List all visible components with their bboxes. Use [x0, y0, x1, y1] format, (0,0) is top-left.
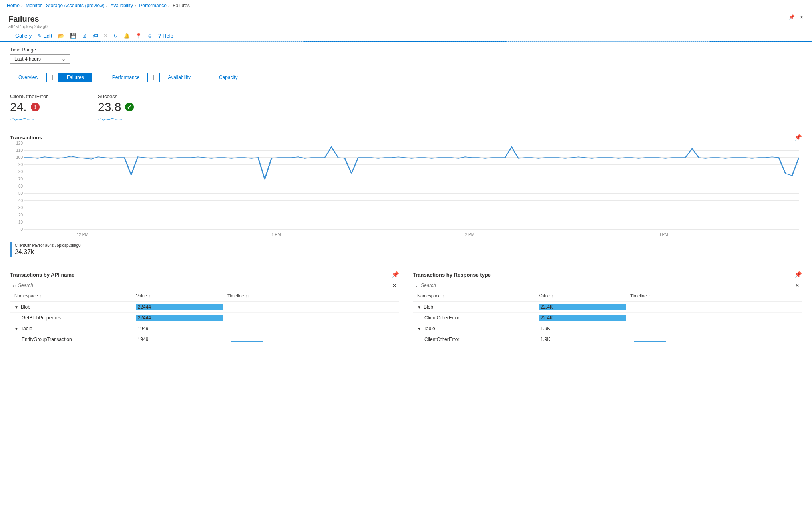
- tab-failures[interactable]: Failures: [58, 73, 92, 82]
- pin-api-icon[interactable]: 📌: [392, 271, 399, 278]
- tab-overview[interactable]: Overview: [10, 73, 47, 82]
- table-row[interactable]: EntityGroupTransaction 1949: [10, 334, 399, 345]
- api-search-input[interactable]: [18, 283, 390, 288]
- table-row[interactable]: ▼Table 1.9K: [413, 323, 802, 334]
- time-range-select[interactable]: Last 4 hours⌄: [10, 54, 70, 64]
- resp-search[interactable]: ⌕ ✕: [413, 281, 802, 290]
- close-icon[interactable]: ✕: [800, 14, 804, 20]
- table-row[interactable]: ClientOtherError 22.4K: [413, 313, 802, 323]
- clear-icon: ✕: [103, 33, 108, 39]
- table-row[interactable]: ▼Blob 22444: [10, 302, 399, 313]
- api-search[interactable]: ⌕ ✕: [10, 281, 399, 290]
- tab-capacity[interactable]: Capacity: [211, 73, 246, 82]
- chevron-down-icon: ⌄: [62, 56, 66, 62]
- edit-button[interactable]: ✎ Edit: [37, 33, 52, 39]
- kpi-clientothererror[interactable]: ClientOtherError 24.!: [10, 93, 66, 123]
- table-row[interactable]: ▼Blob 22.4K: [413, 302, 802, 313]
- resp-title: Transactions by Response type: [413, 272, 491, 278]
- clear-search-icon[interactable]: ✕: [392, 283, 396, 288]
- transactions-title: Transactions: [10, 135, 42, 141]
- help-button[interactable]: ? Help: [158, 33, 173, 39]
- search-icon: ⌕: [416, 283, 418, 288]
- transactions-chart[interactable]: 010203040506070809010011012012 PM1 PM2 P…: [10, 143, 802, 239]
- time-range-label: Time Range: [10, 47, 802, 53]
- open-icon[interactable]: 📂: [58, 33, 64, 39]
- kpi-row: ClientOtherError 24.! Success 23.8✓: [10, 93, 802, 123]
- save-icon[interactable]: 💾: [70, 33, 76, 39]
- feedback-icon[interactable]: ☺: [147, 33, 153, 39]
- pin-icon[interactable]: 📌: [789, 14, 795, 20]
- crumb-home[interactable]: Home: [7, 3, 20, 8]
- gallery-button[interactable]: ← Gallery: [8, 33, 32, 39]
- resp-table: Namespace↑↓ Value↑↓ Timeline↑↓ ▼Blob 22.…: [413, 290, 802, 369]
- api-table: Namespace↑↓ Value↑↓ Timeline↑↓ ▼Blob 224…: [10, 290, 399, 369]
- table-row[interactable]: ▼Table 1949: [10, 323, 399, 334]
- pin-toolbar-icon[interactable]: 📍: [135, 33, 142, 39]
- page-subtitle: a64sl75plosp2diag0: [8, 24, 48, 29]
- refresh-icon[interactable]: ↻: [113, 33, 118, 39]
- tab-performance[interactable]: Performance: [104, 73, 148, 82]
- toolbar: ← Gallery ✎ Edit 📂 💾 🗎 🏷 ✕ ↻ 🔔 📍 ☺ ? Hel…: [0, 30, 812, 42]
- tab-availability[interactable]: Availability: [159, 73, 199, 82]
- search-icon: ⌕: [13, 283, 16, 288]
- resp-search-input[interactable]: [421, 283, 793, 288]
- page-title: Failures: [8, 14, 48, 24]
- pin-chart-icon[interactable]: 📌: [794, 134, 802, 141]
- chart-legend: ClientOtherError a64sl75plosp2diag0 24.3…: [10, 242, 802, 257]
- crumb-monitor[interactable]: Monitor - Storage Accounts (preview): [26, 3, 104, 8]
- table-row[interactable]: GetBlobProperties 22444: [10, 313, 399, 323]
- view-tabs: OverviewFailuresPerformanceAvailabilityC…: [10, 73, 802, 82]
- kpi-success[interactable]: Success 23.8✓: [98, 93, 154, 123]
- pin-resp-icon[interactable]: 📌: [794, 271, 802, 278]
- clear-search-icon[interactable]: ✕: [795, 283, 799, 288]
- crumb-availability[interactable]: Availability: [110, 3, 133, 8]
- crumb-performance[interactable]: Performance: [139, 3, 167, 8]
- tag-icon[interactable]: 🏷: [93, 33, 98, 39]
- api-title: Transactions by API name: [10, 272, 74, 278]
- breadcrumb: Home› Monitor - Storage Accounts (previe…: [0, 0, 812, 11]
- content-area: Time Range Last 4 hours⌄ OverviewFailure…: [0, 42, 812, 509]
- alert-icon[interactable]: 🔔: [123, 33, 130, 39]
- crumb-current: Failures: [173, 3, 190, 8]
- table-row[interactable]: ClientOtherError 1.9K: [413, 334, 802, 345]
- saveas-icon[interactable]: 🗎: [82, 33, 87, 39]
